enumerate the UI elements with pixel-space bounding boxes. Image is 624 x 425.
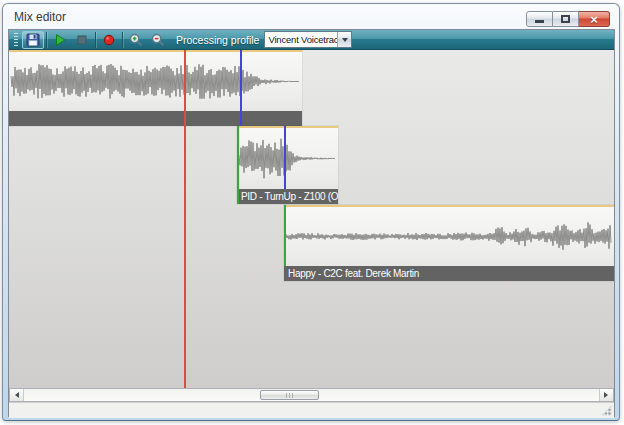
record-icon [101, 32, 117, 48]
waveform [284, 207, 614, 266]
close-button[interactable] [579, 11, 610, 27]
dropdown-selected-value: Vincent Voicetracking [265, 32, 337, 47]
scrollbar-thumb[interactable] [260, 390, 319, 400]
playback-cursor-line[interactable] [184, 50, 186, 388]
track-start-marker-line[interactable] [284, 205, 286, 266]
window-title: Mix editor [14, 10, 66, 24]
record-button[interactable] [98, 31, 120, 49]
scroll-right-button[interactable] [599, 389, 613, 401]
clip-title-bar: PID - TurnUp - Z100 (One [237, 189, 338, 204]
audio-clip[interactable] [9, 50, 302, 126]
toolbar-separator [95, 32, 96, 48]
close-icon [590, 10, 598, 28]
editor-canvas[interactable]: PID - TurnUp - Z100 (OneHappy - C2C feat… [9, 50, 614, 388]
clip-title-bar: Happy - C2C feat. Derek Martin [284, 266, 614, 281]
processing-profile-label: Processing profile [176, 34, 259, 46]
maximize-button[interactable] [553, 11, 579, 27]
zoom-in-icon [128, 32, 144, 48]
mix-marker-line[interactable] [240, 50, 242, 126]
horizontal-scrollbar[interactable] [9, 388, 614, 402]
audio-clip[interactable]: PID - TurnUp - Z100 (One [237, 126, 338, 204]
toolbar: Processing profile Vincent Voicetracking [9, 30, 614, 50]
minimize-icon [535, 20, 544, 23]
mix-marker-line[interactable] [284, 126, 286, 189]
toolbar-separator [46, 32, 47, 48]
title-bar[interactable]: Mix editor [3, 4, 619, 29]
save-button[interactable] [22, 31, 44, 49]
play-button[interactable] [49, 31, 71, 49]
toolbar-separator [122, 32, 123, 48]
arrow-left-icon [12, 392, 19, 398]
arrow-right-icon [604, 392, 611, 398]
zoom-in-button[interactable] [125, 31, 147, 49]
mix-editor-window: Mix editor [2, 3, 620, 421]
processing-profile-dropdown[interactable]: Vincent Voicetracking [264, 31, 352, 48]
toolbar-grip-handle[interactable] [14, 33, 18, 46]
stop-button[interactable] [71, 31, 93, 49]
waveform [237, 128, 338, 189]
scroll-left-button[interactable] [10, 389, 24, 401]
waveform [9, 52, 302, 111]
chevron-down-icon [342, 38, 348, 42]
editor-frame: Processing profile Vincent Voicetracking… [8, 29, 615, 417]
resize-grip[interactable] [601, 405, 612, 416]
minimize-button[interactable] [526, 11, 553, 27]
save-icon [25, 32, 41, 48]
stop-icon [74, 32, 90, 48]
window-controls [526, 11, 610, 27]
zoom-out-button[interactable] [147, 31, 169, 49]
audio-clip[interactable]: Happy - C2C feat. Derek Martin [284, 205, 614, 281]
clip-title-bar [9, 111, 302, 126]
dropdown-arrow-button[interactable] [337, 32, 351, 47]
play-icon [52, 32, 68, 48]
status-bar [9, 402, 614, 418]
zoom-out-icon [150, 32, 166, 48]
track-start-marker-line[interactable] [237, 126, 239, 204]
maximize-icon [561, 15, 570, 23]
